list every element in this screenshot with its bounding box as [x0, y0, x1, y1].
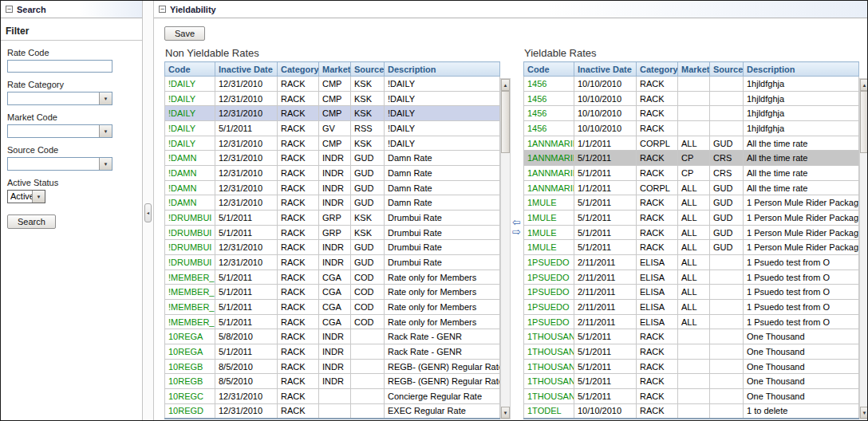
column-header[interactable]: Source — [351, 62, 385, 77]
dropdown-arrow-icon[interactable]: ▼ — [99, 158, 112, 170]
table-row[interactable]: 10REGB8/5/2010RACKINDRREGB- (GENR) Regul… — [165, 374, 500, 389]
table-row[interactable]: 1THOUSAND5/1/2011RACKOne Thousand — [524, 329, 859, 344]
table-row[interactable]: 145610/10/2010RACK1hjldfghja — [524, 106, 859, 121]
table-row[interactable]: 1PSUEDO2/11/2011ELISAALL1 Psuedo test fr… — [524, 314, 859, 329]
column-header[interactable]: Code — [165, 62, 215, 77]
yieldable-scrollbar[interactable]: ▲ ▼ — [859, 78, 868, 419]
table-row[interactable]: !DAILY12/31/2010RACKCMPKSK!DAILY — [165, 77, 500, 92]
table-row[interactable]: !MEMBER_RA...5/1/2011RACKCGACODRate only… — [165, 270, 500, 285]
table-row[interactable]: 1PSUEDO2/11/2011ELISAALL1 Psuedo test fr… — [524, 255, 859, 270]
collapse-panel-icon[interactable]: − — [159, 6, 166, 13]
table-cell: Drumbui Rate — [385, 240, 500, 255]
scroll-up-icon[interactable]: ▲ — [501, 79, 510, 91]
table-row[interactable]: 1TODEL10/10/2010RACK1 to delete — [524, 403, 859, 419]
market-code-select[interactable]: ▼ — [7, 124, 112, 138]
panel-splitter[interactable]: ◄ — [143, 1, 154, 420]
table-row[interactable]: 1MULE5/1/2011RACKALLGUD1 Person Mule Rid… — [524, 195, 859, 210]
active-status-select[interactable]: Active ▼ — [7, 190, 45, 203]
table-row[interactable]: !DAMN12/31/2010RACKINDRGUDDamn Rate — [165, 166, 500, 181]
table-cell: 12/31/2010 — [215, 136, 278, 151]
table-row[interactable]: 1ANNMARIE5/1/2011RACKCPCRSAll the time r… — [524, 166, 859, 181]
table-cell: COD — [351, 300, 385, 315]
table-row[interactable]: !DRUMBUI12/31/2010RACKINDRGUDDrumbui Rat… — [165, 240, 500, 255]
non-yieldable-scrollbar[interactable]: ▲ ▼ — [500, 78, 511, 419]
table-row[interactable]: 145610/10/2010RACK1hjldfghja — [524, 77, 859, 92]
table-row[interactable]: 1PSUEDO2/11/2011ELISAALL1 Psuedo test fr… — [524, 270, 859, 285]
rate-code-cell: !DAILY — [165, 136, 215, 151]
scroll-up-icon[interactable]: ▲ — [860, 79, 868, 91]
search-button[interactable]: Search — [7, 214, 56, 229]
column-header[interactable]: Source — [710, 62, 744, 77]
table-cell: 10/10/2010 — [574, 77, 637, 92]
table-cell — [351, 344, 385, 360]
table-cell — [710, 121, 744, 136]
column-header[interactable]: Description — [385, 62, 500, 77]
scroll-down-icon[interactable]: ▼ — [501, 407, 510, 419]
scrollbar-track[interactable] — [860, 91, 868, 407]
table-row[interactable]: 1ANNMARIE5/1/2011RACKCPCRSAll the time r… — [524, 151, 859, 166]
table-row[interactable]: 145610/10/2010RACK1hjldfghja — [524, 91, 859, 106]
table-cell: RACK — [637, 195, 678, 210]
move-right-icon[interactable]: ⇨ — [512, 226, 521, 236]
table-row[interactable]: !DAMN12/31/2010RACKINDRGUDDamn Rate — [165, 195, 500, 210]
table-row[interactable]: !DAILY12/31/2010RACKCMPKSK!DAILY — [165, 91, 500, 106]
column-header[interactable]: Category — [278, 62, 319, 77]
table-cell: INDR — [319, 344, 351, 360]
scrollbar-track[interactable] — [501, 91, 510, 407]
yieldability-content: Save Non Yieldable Rates CodeInactive Da… — [154, 18, 868, 419]
collapse-panel-icon[interactable]: − — [6, 6, 13, 13]
table-cell: 8/5/2010 — [215, 359, 278, 374]
scroll-down-icon[interactable]: ▼ — [860, 407, 868, 419]
table-row[interactable]: !MEMBER_RA...5/1/2011RACKCGACODRate only… — [165, 300, 500, 315]
table-row[interactable]: !DRUMBUI5/1/2011RACKGRPKSKDrumbui Rate — [165, 210, 500, 226]
table-row[interactable]: 1THOUSAND5/1/2011RACKOne Thousand — [524, 374, 859, 389]
column-header[interactable]: Market — [678, 62, 710, 77]
table-row[interactable]: !DAMN12/31/2010RACKINDRGUDDamn Rate — [165, 151, 500, 166]
rate-category-select[interactable]: ▼ — [7, 92, 112, 105]
table-row[interactable]: 1MULE5/1/2011RACKALLGUD1 Person Mule Rid… — [524, 225, 859, 240]
table-row[interactable]: 10REGA5/8/2010RACKINDRRack Rate - GENR — [165, 329, 500, 344]
table-row[interactable]: !MEMBER_RA...5/1/2011RACKCGACODRate only… — [165, 285, 500, 300]
table-row[interactable]: 1THOUSAND5/1/2011RACKOne Thousand — [524, 359, 859, 374]
table-cell: INDR — [319, 240, 351, 255]
dropdown-arrow-icon[interactable]: ▼ — [32, 191, 45, 203]
column-header[interactable]: Inactive Date — [215, 62, 278, 77]
table-row[interactable]: 1PSUEDO2/11/2011ELISAALL1 Psuedo test fr… — [524, 300, 859, 315]
table-row[interactable]: 10REGD12/31/2010RACKEXEC Regular Rate — [165, 403, 500, 419]
source-code-select[interactable]: ▼ — [7, 157, 112, 171]
table-row[interactable]: !DAILY12/31/2010RACKCMPKSK!DAILY — [165, 136, 500, 151]
table-row[interactable]: 145610/10/2010RACK1hjldfghja — [524, 121, 859, 136]
column-header[interactable]: Description — [744, 62, 859, 77]
table-row[interactable]: !DAILY5/1/2011RACKGVRSS!DAILY — [165, 121, 500, 136]
table-cell: ELISA — [637, 255, 678, 270]
dropdown-arrow-icon[interactable]: ▼ — [99, 92, 112, 104]
table-row[interactable]: 1THOUSAND5/1/2011RACKOne Thousand — [524, 389, 859, 404]
table-row[interactable]: !DRUMBUI5/1/2011RACKGRPKSKDrumbui Rate — [165, 225, 500, 240]
search-panel-header[interactable]: − Search — [1, 1, 142, 18]
table-row[interactable]: 1ANNMARIE1/1/2011CORPLALLGUDAll the time… — [524, 136, 859, 151]
scrollbar-thumb[interactable] — [860, 91, 868, 153]
column-header[interactable]: Inactive Date — [574, 62, 637, 77]
table-cell: 5/1/2011 — [574, 359, 637, 374]
column-header[interactable]: Market — [319, 62, 351, 77]
table-row[interactable]: 1ANNMARIE1/1/2011CORPLALLGUDAll the time… — [524, 180, 859, 195]
column-header[interactable]: Category — [637, 62, 678, 77]
scrollbar-thumb[interactable] — [501, 91, 510, 153]
splitter-collapse-icon[interactable]: ◄ — [144, 203, 152, 222]
dropdown-arrow-icon[interactable]: ▼ — [99, 125, 112, 137]
table-row[interactable]: !MEMBER_RA...5/1/2011RACKCGACODRate only… — [165, 314, 500, 329]
table-row[interactable]: 1MULE5/1/2011RACKALLGUD1 Person Mule Rid… — [524, 210, 859, 226]
save-button[interactable]: Save — [164, 26, 205, 41]
column-header[interactable]: Code — [524, 62, 574, 77]
rate-code-input[interactable] — [7, 60, 112, 73]
yieldability-panel-header[interactable]: − Yieldability — [154, 1, 868, 18]
table-row[interactable]: !DAMN12/31/2010RACKINDRGUDDamn Rate — [165, 180, 500, 195]
table-row[interactable]: !DRUMBUI12/31/2010RACKINDRGUDDrumbui Rat… — [165, 255, 500, 270]
table-row[interactable]: 10REGC12/31/2010RACKConcierge Regular Ra… — [165, 389, 500, 404]
table-row[interactable]: 1THOUSAND5/1/2011RACKOne Thousand — [524, 344, 859, 360]
table-row[interactable]: !DAILY12/31/2010RACKCMPKSK!DAILY — [165, 106, 500, 121]
table-row[interactable]: 1PSUEDO2/11/2011ELISAALL1 Psuedo test fr… — [524, 285, 859, 300]
table-row[interactable]: 10REGA5/1/2011RACKINDRRack Rate - GENR — [165, 344, 500, 360]
table-row[interactable]: 1MULE5/1/2011RACKALLGUD1 Person Mule Rid… — [524, 240, 859, 255]
table-row[interactable]: 10REGB8/5/2010RACKINDRREGB- (GENR) Regul… — [165, 359, 500, 374]
